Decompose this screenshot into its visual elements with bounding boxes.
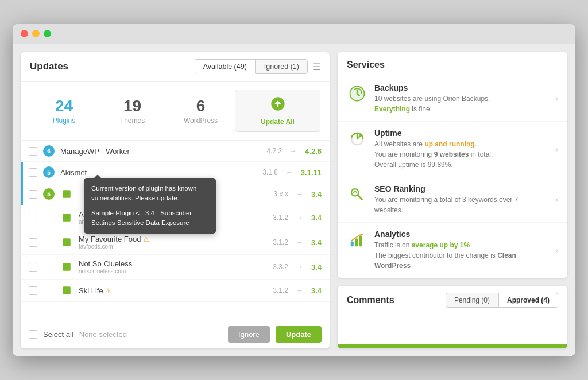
version-from: 3.1.8 [262, 168, 278, 176]
plugin-name: ManageWP - Worker [60, 147, 261, 156]
analytics-icon [347, 230, 368, 250]
chevron-right-icon: › [555, 94, 558, 104]
version-to: 4.2.6 [305, 147, 322, 156]
themes-label: Themes [98, 117, 167, 125]
accent-bar [21, 162, 23, 183]
panel-header: Updates Available (49) Ignored (1) ☰ [21, 52, 330, 82]
highlight: average up by 1% [412, 241, 470, 249]
row-checkbox[interactable] [29, 214, 37, 222]
plugin-info: Not So Clueless notsoclueless.com [79, 259, 267, 274]
service-info-seo: SEO Ranking You are monitoring a total o… [374, 184, 548, 215]
service-desc: 10 websites are using Orion Backups. Eve… [374, 94, 548, 114]
service-desc: All websites are up and running. You are… [374, 139, 548, 170]
svg-rect-7 [351, 242, 354, 247]
update-badge: 5 [43, 188, 55, 200]
stats-row: 24 Plugins 19 Themes 6 WordPress [21, 82, 330, 141]
themes-count: 19 [98, 97, 167, 115]
plugin-sub: notsoclueless.com [79, 268, 267, 274]
plugin-icon [60, 261, 73, 273]
select-all-checkbox[interactable] [29, 330, 37, 339]
version-from: 3.x.x [274, 190, 288, 198]
service-info-analytics: Analytics Traffic is on average up by 1%… [374, 230, 548, 271]
plugin-icon [60, 284, 73, 297]
tab-ignored[interactable]: Ignored (1) [256, 59, 308, 74]
row-checkbox[interactable] [29, 238, 37, 247]
row-checkbox[interactable] [29, 263, 37, 272]
row-checkbox[interactable] [29, 147, 37, 156]
comments-panel: Comments Pending (0) Approved (4) [338, 286, 567, 348]
update-badge: 5 [43, 166, 55, 178]
svg-rect-2 [63, 238, 71, 246]
service-row-backups[interactable]: Backups 10 websites are using Orion Back… [338, 76, 567, 122]
wordpress-label: WordPress [167, 117, 235, 125]
update-all-icon [270, 96, 286, 115]
tab-pending[interactable]: Pending (0) [446, 293, 498, 308]
comments-title: Comments [347, 295, 394, 305]
content-area: Updates Available (49) Ignored (1) ☰ 24 … [13, 44, 575, 356]
services-panel: Services Backups 10 websites are using [338, 52, 567, 278]
stat-wordpress[interactable]: 6 WordPress [167, 97, 235, 125]
stat-plugins[interactable]: 24 Plugins [30, 97, 98, 125]
arrow-icon: → [296, 286, 303, 294]
update-all-label: Update All [261, 118, 295, 126]
service-row-uptime[interactable]: Uptime All websites are up and running. … [338, 122, 567, 177]
stat-themes[interactable]: 19 Themes [98, 97, 167, 125]
service-row-seo[interactable]: SEO Ranking You are monitoring a total o… [338, 177, 567, 223]
service-title: Analytics [374, 230, 548, 239]
tabs-group: Available (49) Ignored (1) ☰ [195, 59, 320, 74]
update-all-button[interactable]: Update All [235, 90, 320, 132]
version-from: 3.1.2 [273, 214, 288, 222]
updates-panel: Updates Available (49) Ignored (1) ☰ 24 … [21, 52, 330, 348]
tab-available[interactable]: Available (49) [195, 59, 256, 74]
minimize-button[interactable] [32, 30, 40, 37]
plugin-icon [60, 236, 73, 249]
plugin-info: Ski Life ⚠ [79, 286, 267, 295]
update-button[interactable]: Update [276, 326, 322, 343]
service-row-analytics[interactable]: Analytics Traffic is on average up by 1%… [338, 223, 567, 278]
plugin-name: Ski Life ⚠ [79, 286, 267, 295]
plugin-info: My Favourite Food ⚠ favfoods.com [79, 235, 267, 250]
comments-header: Comments Pending (0) Approved (4) [338, 286, 567, 315]
plugin-icon [60, 188, 73, 200]
seo-icon [347, 184, 368, 205]
arrow-icon: → [296, 214, 303, 222]
select-all-label: Select all [43, 330, 74, 339]
row-checkbox[interactable] [29, 190, 37, 199]
arrow-icon: → [286, 168, 293, 176]
traffic-lights [21, 30, 51, 37]
warning-icon: ⚠ [143, 235, 149, 243]
row-checkbox[interactable] [29, 168, 37, 177]
green-bar [338, 344, 567, 348]
version-to: 3.4 [311, 238, 322, 247]
version-to: 3.1.11 [301, 168, 322, 177]
plugins-label: Plugins [30, 117, 98, 125]
plugin-sub: favfoods.com [79, 243, 267, 250]
service-info-backups: Backups 10 websites are using Orion Back… [374, 83, 548, 114]
version-to: 3.4 [311, 190, 322, 199]
version-to: 3.4 [311, 263, 322, 272]
close-button[interactable] [21, 30, 28, 37]
app-window: Updates Available (49) Ignored (1) ☰ 24 … [13, 24, 575, 356]
row-checkbox[interactable] [29, 286, 37, 295]
svg-rect-4 [63, 286, 71, 294]
services-title: Services [338, 52, 567, 76]
plugin-list: 6 ManageWP - Worker 4.2.2 → 4.2.6 5 Akis… [21, 141, 330, 320]
ignore-button[interactable]: Ignore [228, 326, 270, 343]
update-badge: 6 [43, 145, 55, 157]
filter-icon[interactable]: ☰ [312, 61, 320, 72]
right-panel: Services Backups 10 websites are using [338, 52, 567, 348]
plugins-count: 24 [30, 97, 98, 115]
chevron-right-icon: › [555, 195, 558, 205]
maximize-button[interactable] [44, 30, 51, 37]
svg-rect-8 [355, 239, 358, 247]
highlight: Everything [374, 105, 410, 113]
arrow-icon: → [290, 147, 297, 155]
svg-rect-0 [63, 190, 71, 198]
arrow-icon: → [296, 263, 303, 271]
arrow-icon: → [296, 190, 303, 198]
svg-rect-3 [63, 263, 71, 271]
tooltip-line1: Current version of plugin has known vuln… [91, 184, 208, 204]
panel-title: Updates [30, 61, 68, 72]
tab-approved[interactable]: Approved (4) [498, 293, 558, 308]
list-footer: Select all None selected Ignore Update [21, 320, 330, 348]
